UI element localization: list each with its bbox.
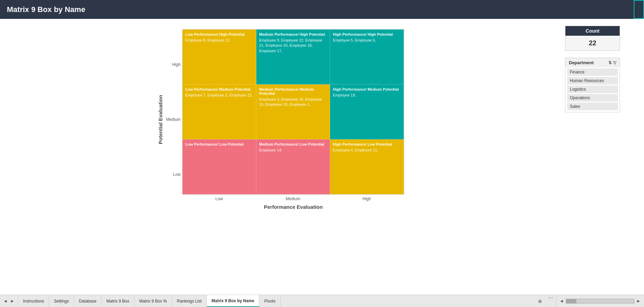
y-tick-medium: Medium (166, 92, 181, 147)
tab-settings[interactable]: Settings (49, 295, 74, 307)
cell-employees-0: Employee 8, Employee 12, (185, 38, 253, 43)
cell-employees-8: Employee 4, Employee 11, (333, 148, 401, 153)
scroll-track[interactable] (566, 299, 634, 304)
y-axis-ticks: High Medium Low (166, 37, 181, 202)
matrix-section: Potential Evaluation High Medium Low Low… (10, 26, 551, 288)
matrix-cell-1-2[interactable]: High Performance/ Medium PotentialEmploy… (330, 84, 404, 139)
x-axis-labels: Low Medium High (182, 196, 403, 201)
tab-rankingslist[interactable]: Rankings List (172, 295, 207, 307)
scroll-thumb (566, 299, 576, 303)
cell-title-4: Medium Performance/ Medium Potential (259, 87, 327, 95)
cell-employees-2: Employee 5, Employee 6, (333, 38, 401, 43)
matrix-cell-2-0[interactable]: Low Performance/ Low Potential (183, 139, 256, 194)
matrix-cell-2-2[interactable]: High Performance/ Low PotentialEmployee … (330, 139, 404, 194)
x-tick-high: High (330, 196, 403, 201)
count-box: Count 22 (565, 26, 620, 51)
y-tick-high: High (166, 37, 181, 92)
x-tick-medium: Medium (256, 196, 330, 201)
cell-title-6: Low Performance/ Low Potential (185, 142, 253, 146)
dept-label: Department (569, 60, 594, 65)
scroll-left-arrow[interactable]: ◀ (559, 298, 564, 304)
matrix-cell-0-0[interactable]: Low Performance/ High PotentialEmployee … (183, 30, 256, 84)
matrix-cell-0-1[interactable]: Medium Performance/ High PotentialEmploy… (256, 30, 330, 84)
cell-employees-5: Employee 19, (333, 93, 401, 98)
dept-header: Department ⇅ ▽ (565, 58, 620, 67)
y-tick-low: Low (166, 147, 181, 202)
cell-employees-4: Employee 3, Employee 16, Employee 15, Em… (259, 97, 327, 107)
sort-icon[interactable]: ⇅ (608, 60, 612, 65)
y-axis-label: Potential Evaluation (157, 37, 163, 202)
dept-item-sales[interactable]: Sales (567, 103, 618, 110)
filter-icon[interactable]: ▽ (613, 60, 616, 65)
dept-item-human-resources[interactable]: Human Resources (567, 77, 618, 84)
tab-pivots[interactable]: Pivots (259, 295, 281, 307)
department-box: Department ⇅ ▽ FinanceHuman ResourcesLog… (565, 58, 620, 112)
matrix-wrapper: Potential Evaluation High Medium Low Low… (157, 29, 405, 210)
add-tab-button[interactable]: ⊕ (535, 295, 546, 307)
matrix-grid: Low Performance/ High PotentialEmployee … (182, 29, 404, 195)
tab-database[interactable]: Database (74, 295, 102, 307)
cell-title-7: Medium Performance/ Low Potential (259, 142, 327, 146)
tab-instructions[interactable]: Instructions (18, 295, 49, 307)
cell-employees-7: Employee 14, (259, 148, 327, 153)
matrix-cell-1-1[interactable]: Medium Performance/ Medium PotentialEmpl… (256, 84, 330, 139)
right-scroll: ◀ ▶ (556, 295, 644, 307)
cell-title-2: High Performance/ High Potential (333, 32, 401, 36)
cell-title-8: High Performance/ Low Potential (333, 142, 401, 146)
dept-item-finance[interactable]: Finance (567, 68, 618, 76)
matrix-cell-0-2[interactable]: High Performance/ High PotentialEmployee… (330, 30, 404, 84)
nav-arrows: ◀ ▶ (0, 295, 18, 307)
cell-title-1: Medium Performance/ High Potential (259, 32, 327, 36)
dept-item-operations[interactable]: Operations (567, 94, 618, 102)
tabs-more-icon[interactable]: ⋯ (546, 295, 556, 307)
cell-employees-1: Employee 9, Employee 22, Employee 21, Em… (259, 38, 327, 54)
page-title: Matrix 9 Box by Name (7, 5, 85, 14)
count-value: 22 (565, 36, 620, 50)
cell-title-5: High Performance/ Medium Potential (333, 87, 401, 91)
scroll-right-arrow[interactable]: ▶ (636, 298, 641, 304)
dept-icons: ⇅ ▽ (608, 60, 616, 65)
tabs-container: InstructionsSettingsDatabaseMatrix 9 Box… (18, 295, 535, 307)
cell-title-3: Low Performance/ Medium Potential (185, 87, 253, 91)
right-panel: Count 22 Department ⇅ ▽ FinanceHuman Res… (565, 26, 634, 288)
dept-items-container: FinanceHuman ResourcesLogisticsOperation… (565, 68, 620, 110)
x-axis-label: Performance Evaluation (182, 204, 404, 210)
tab-matrix9box[interactable]: Matrix 9 Box (102, 295, 134, 307)
tab-matrix9boxpct[interactable]: Matrix 9 Box % (134, 295, 172, 307)
header: Matrix 9 Box by Name (0, 0, 644, 19)
matrix-grid-container: Low Performance/ High PotentialEmployee … (182, 29, 404, 210)
cell-employees-3: Employee 7, Employee 2, Employee 13, (185, 93, 253, 98)
main-content: Potential Evaluation High Medium Low Low… (0, 19, 644, 295)
nav-left-arrow[interactable]: ◀ (3, 298, 8, 304)
tab-matrix9boxbyname[interactable]: Matrix 9 Box by Name (207, 295, 260, 307)
bottom-bar: ◀ ▶ InstructionsSettingsDatabaseMatrix 9… (0, 295, 644, 307)
x-tick-low: Low (182, 196, 256, 201)
count-label: Count (565, 26, 620, 36)
matrix-cell-1-0[interactable]: Low Performance/ Medium PotentialEmploye… (183, 84, 256, 139)
nav-right-arrow[interactable]: ▶ (10, 298, 15, 304)
matrix-cell-2-1[interactable]: Medium Performance/ Low PotentialEmploye… (256, 139, 330, 194)
dept-item-logistics[interactable]: Logistics (567, 86, 618, 93)
cell-title-0: Low Performance/ High Potential (185, 32, 253, 36)
